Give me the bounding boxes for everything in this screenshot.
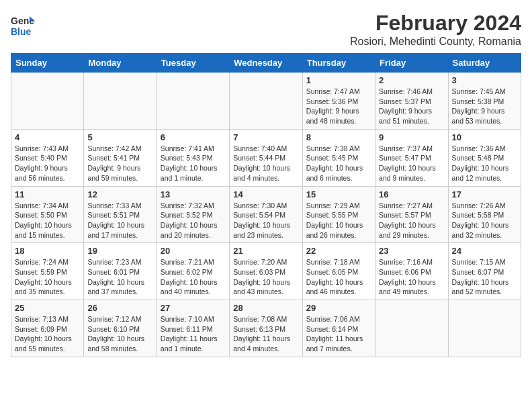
day-info: Sunrise: 7:45 AM Sunset: 5:38 PM Dayligh…	[452, 87, 517, 126]
day-info: Sunrise: 7:40 AM Sunset: 5:44 PM Dayligh…	[233, 144, 298, 183]
calendar-cell: 13Sunrise: 7:32 AM Sunset: 5:52 PM Dayli…	[157, 186, 229, 243]
day-info: Sunrise: 7:26 AM Sunset: 5:58 PM Dayligh…	[452, 201, 517, 240]
day-info: Sunrise: 7:12 AM Sunset: 6:10 PM Dayligh…	[87, 314, 152, 354]
calendar-cell: 18Sunrise: 7:24 AM Sunset: 5:59 PM Dayli…	[11, 243, 84, 300]
day-number: 15	[306, 189, 371, 199]
day-number: 5	[87, 132, 152, 142]
calendar-cell: 25Sunrise: 7:13 AM Sunset: 6:09 PM Dayli…	[11, 300, 84, 357]
calendar-cell	[448, 300, 521, 357]
calendar-week-row: 1Sunrise: 7:47 AM Sunset: 5:36 PM Daylig…	[11, 73, 521, 130]
day-info: Sunrise: 7:32 AM Sunset: 5:52 PM Dayligh…	[161, 201, 226, 240]
day-number: 4	[15, 132, 80, 142]
day-number: 17	[452, 189, 517, 199]
day-info: Sunrise: 7:33 AM Sunset: 5:51 PM Dayligh…	[87, 201, 152, 240]
calendar-cell: 11Sunrise: 7:34 AM Sunset: 5:50 PM Dayli…	[11, 186, 84, 243]
day-number: 26	[87, 303, 152, 313]
day-number: 23	[379, 246, 444, 256]
calendar-cell: 4Sunrise: 7:43 AM Sunset: 5:40 PM Daylig…	[11, 129, 84, 186]
calendar-cell: 19Sunrise: 7:23 AM Sunset: 6:01 PM Dayli…	[84, 243, 157, 300]
col-header-saturday: Saturday	[448, 54, 521, 73]
day-info: Sunrise: 7:29 AM Sunset: 5:55 PM Dayligh…	[306, 201, 371, 240]
logo-icon: General Blue	[11, 11, 35, 40]
day-number: 9	[379, 132, 444, 142]
calendar-cell: 20Sunrise: 7:21 AM Sunset: 6:02 PM Dayli…	[157, 243, 229, 300]
calendar-cell: 17Sunrise: 7:26 AM Sunset: 5:58 PM Dayli…	[448, 186, 521, 243]
day-info: Sunrise: 7:27 AM Sunset: 5:57 PM Dayligh…	[379, 201, 444, 240]
day-number: 3	[452, 75, 517, 85]
svg-text:Blue: Blue	[11, 26, 32, 37]
day-info: Sunrise: 7:06 AM Sunset: 6:14 PM Dayligh…	[306, 314, 371, 354]
day-number: 1	[306, 75, 371, 85]
col-header-wednesday: Wednesday	[230, 54, 302, 73]
day-info: Sunrise: 7:43 AM Sunset: 5:40 PM Dayligh…	[15, 144, 80, 183]
calendar-cell: 9Sunrise: 7:37 AM Sunset: 5:47 PM Daylig…	[375, 129, 448, 186]
calendar-cell: 3Sunrise: 7:45 AM Sunset: 5:38 PM Daylig…	[448, 73, 521, 130]
page-header: General Blue February 2024 Rosiori, Mehe…	[11, 11, 521, 48]
calendar-cell: 22Sunrise: 7:18 AM Sunset: 6:05 PM Dayli…	[302, 243, 375, 300]
calendar-header-row: SundayMondayTuesdayWednesdayThursdayFrid…	[11, 54, 521, 73]
calendar-cell	[375, 300, 448, 357]
calendar-cell: 1Sunrise: 7:47 AM Sunset: 5:36 PM Daylig…	[302, 73, 375, 130]
calendar-cell: 28Sunrise: 7:08 AM Sunset: 6:13 PM Dayli…	[230, 300, 302, 357]
day-info: Sunrise: 7:34 AM Sunset: 5:50 PM Dayligh…	[15, 201, 80, 240]
calendar-cell: 16Sunrise: 7:27 AM Sunset: 5:57 PM Dayli…	[375, 186, 448, 243]
calendar-cell: 24Sunrise: 7:15 AM Sunset: 6:07 PM Dayli…	[448, 243, 521, 300]
day-info: Sunrise: 7:36 AM Sunset: 5:48 PM Dayligh…	[452, 144, 517, 183]
day-number: 2	[379, 75, 444, 85]
col-header-monday: Monday	[84, 54, 157, 73]
day-info: Sunrise: 7:23 AM Sunset: 6:01 PM Dayligh…	[87, 257, 152, 297]
day-info: Sunrise: 7:08 AM Sunset: 6:13 PM Dayligh…	[233, 314, 298, 354]
day-info: Sunrise: 7:47 AM Sunset: 5:36 PM Dayligh…	[306, 87, 371, 126]
calendar-cell: 23Sunrise: 7:16 AM Sunset: 6:06 PM Dayli…	[375, 243, 448, 300]
calendar-cell: 8Sunrise: 7:38 AM Sunset: 5:45 PM Daylig…	[302, 129, 375, 186]
day-info: Sunrise: 7:24 AM Sunset: 5:59 PM Dayligh…	[15, 257, 80, 297]
calendar-cell	[230, 73, 302, 130]
day-info: Sunrise: 7:15 AM Sunset: 6:07 PM Dayligh…	[452, 257, 517, 297]
day-info: Sunrise: 7:18 AM Sunset: 6:05 PM Dayligh…	[306, 257, 371, 297]
calendar-cell: 21Sunrise: 7:20 AM Sunset: 6:03 PM Dayli…	[230, 243, 302, 300]
day-number: 7	[233, 132, 298, 142]
calendar-table: SundayMondayTuesdayWednesdayThursdayFrid…	[11, 53, 521, 357]
day-number: 22	[306, 246, 371, 256]
day-info: Sunrise: 7:20 AM Sunset: 6:03 PM Dayligh…	[233, 257, 298, 297]
calendar-cell: 5Sunrise: 7:42 AM Sunset: 5:41 PM Daylig…	[84, 129, 157, 186]
calendar-cell: 15Sunrise: 7:29 AM Sunset: 5:55 PM Dayli…	[302, 186, 375, 243]
day-info: Sunrise: 7:41 AM Sunset: 5:43 PM Dayligh…	[161, 144, 226, 183]
title-section: February 2024 Rosiori, Mehedinti County,…	[350, 11, 521, 48]
col-header-tuesday: Tuesday	[157, 54, 229, 73]
calendar-cell: 12Sunrise: 7:33 AM Sunset: 5:51 PM Dayli…	[84, 186, 157, 243]
calendar-cell: 10Sunrise: 7:36 AM Sunset: 5:48 PM Dayli…	[448, 129, 521, 186]
logo: General Blue	[11, 11, 35, 43]
calendar-cell: 27Sunrise: 7:10 AM Sunset: 6:11 PM Dayli…	[157, 300, 229, 357]
day-info: Sunrise: 7:42 AM Sunset: 5:41 PM Dayligh…	[87, 144, 152, 183]
day-number: 20	[161, 246, 226, 256]
day-number: 11	[15, 189, 80, 199]
calendar-cell	[84, 73, 157, 130]
day-info: Sunrise: 7:38 AM Sunset: 5:45 PM Dayligh…	[306, 144, 371, 183]
day-number: 12	[87, 189, 152, 199]
day-number: 24	[452, 246, 517, 256]
day-number: 28	[233, 303, 298, 313]
month-year-title: February 2024	[350, 11, 521, 36]
location-subtitle: Rosiori, Mehedinti County, Romania	[350, 36, 521, 48]
day-number: 8	[306, 132, 371, 142]
day-number: 16	[379, 189, 444, 199]
day-info: Sunrise: 7:13 AM Sunset: 6:09 PM Dayligh…	[15, 314, 80, 354]
day-number: 21	[233, 246, 298, 256]
calendar-week-row: 18Sunrise: 7:24 AM Sunset: 5:59 PM Dayli…	[11, 243, 521, 300]
day-info: Sunrise: 7:21 AM Sunset: 6:02 PM Dayligh…	[161, 257, 226, 297]
day-number: 14	[233, 189, 298, 199]
col-header-sunday: Sunday	[11, 54, 84, 73]
calendar-week-row: 25Sunrise: 7:13 AM Sunset: 6:09 PM Dayli…	[11, 300, 521, 357]
calendar-cell	[157, 73, 229, 130]
day-number: 13	[161, 189, 226, 199]
day-number: 10	[452, 132, 517, 142]
day-info: Sunrise: 7:37 AM Sunset: 5:47 PM Dayligh…	[379, 144, 444, 183]
col-header-thursday: Thursday	[302, 54, 375, 73]
calendar-cell: 7Sunrise: 7:40 AM Sunset: 5:44 PM Daylig…	[230, 129, 302, 186]
day-info: Sunrise: 7:16 AM Sunset: 6:06 PM Dayligh…	[379, 257, 444, 297]
day-number: 25	[15, 303, 80, 313]
day-number: 6	[161, 132, 226, 142]
col-header-friday: Friday	[375, 54, 448, 73]
day-number: 29	[306, 303, 371, 313]
